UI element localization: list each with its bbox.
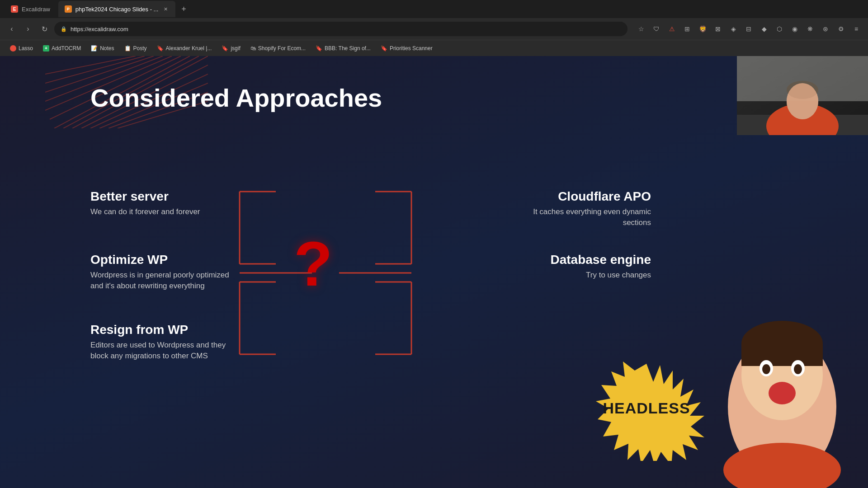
brave-lion-icon: 🦁: [696, 23, 709, 35]
bookmark-shopify-icon: 🛍: [250, 45, 256, 52]
tab-phptek-label: phpTek2024 Chicago Slides - ...: [75, 6, 159, 13]
tab-excalidraw-icon: E: [11, 5, 18, 13]
bookmark-posty-icon: 📋: [124, 45, 131, 52]
bookmark-jsgif[interactable]: 🔖 jsgif: [217, 43, 245, 53]
extension-puzzle-icon[interactable]: ⊞: [681, 23, 693, 35]
card-better-server: Better server We can do it forever and f…: [90, 189, 217, 217]
reload-icon: ↻: [42, 25, 47, 33]
extension-icon-2[interactable]: ⊠: [712, 23, 724, 35]
bookmark-notes-icon: 📝: [91, 45, 98, 52]
bookmark-lasso-icon: [10, 45, 16, 52]
browser-chrome: E Excalidraw P phpTek2024 Chicago Slides…: [0, 0, 868, 56]
card-database-engine-desc: Try to use changes: [511, 270, 651, 281]
bookmark-lasso[interactable]: Lasso: [5, 43, 38, 53]
menu-button[interactable]: ≡: [850, 23, 863, 35]
card-better-server-desc: We can do it forever and forever: [90, 206, 217, 217]
bookmark-alexander-icon: 🔖: [157, 45, 164, 52]
card-optimize-wp-desc: Wordpress is in general poorly optimized…: [90, 270, 231, 291]
webcam-overlay: [737, 56, 868, 135]
card-better-server-title: Better server: [90, 189, 217, 204]
forward-icon: ›: [27, 25, 29, 33]
extension-icon-6[interactable]: ⬡: [773, 23, 786, 35]
bookmarks-bar: Lasso + AddTOCRM 📝 Notes 📋 Posty 🔖 Alexa…: [0, 40, 868, 56]
bookmark-priorities[interactable]: 🔖 Priorities Scanner: [376, 43, 437, 53]
address-text: https://excalidraw.com: [71, 26, 128, 33]
bookmark-posty-label: Posty: [133, 45, 147, 52]
bookmark-jsgif-label: jsgif: [231, 45, 240, 52]
new-tab-button[interactable]: +: [177, 3, 190, 15]
back-button[interactable]: ‹: [5, 23, 18, 35]
card-optimize-wp-title: Optimize WP: [90, 253, 231, 267]
warning-icon[interactable]: ⚠: [665, 23, 678, 35]
bookmark-shopify[interactable]: 🛍 Shopify For Ecom...: [246, 43, 310, 53]
main-content: Considered Approaches Better server We c…: [0, 56, 868, 488]
bookmark-bbb-label: BBB: The Sign of...: [325, 45, 371, 52]
tab-bar: E Excalidraw P phpTek2024 Chicago Slides…: [0, 0, 868, 18]
svg-text:HEADLESS: HEADLESS: [603, 399, 690, 417]
person-cutout: [710, 316, 854, 488]
bookmark-addtocrm-icon: +: [43, 45, 49, 52]
tab-excalidraw-label: Excalidraw: [22, 6, 50, 13]
card-resign-wp-title: Resign from WP: [90, 323, 240, 337]
bookmark-alexander-label: Alexander Kruel |...: [166, 45, 212, 52]
svg-rect-33: [741, 343, 823, 366]
reload-button[interactable]: ↻: [38, 23, 51, 35]
lock-icon: 🔒: [61, 26, 67, 32]
address-bar[interactable]: 🔒 https://excalidraw.com: [54, 22, 627, 36]
bookmark-jsgif-icon: 🔖: [222, 45, 228, 52]
bookmark-notes[interactable]: 📝 Notes: [86, 43, 118, 53]
svg-point-34: [769, 382, 796, 404]
slide-title: Considered Approaches: [90, 83, 382, 113]
browser-actions: ☆ 🛡 ⚠ ⊞ 🦁 ⊠ ◈ ⊟ ◆ ⬡ ◉ ❋ ⊛ ⚙ ≡: [635, 23, 863, 35]
card-database-engine-title: Database engine: [511, 253, 651, 267]
tab-close-button[interactable]: ✕: [162, 5, 169, 13]
card-optimize-wp: Optimize WP Wordpress is in general poor…: [90, 253, 231, 291]
extension-icon-9[interactable]: ⊛: [819, 23, 832, 35]
bookmark-alexander[interactable]: 🔖 Alexander Kruel |...: [152, 43, 217, 53]
tab-excalidraw[interactable]: E Excalidraw: [5, 1, 57, 17]
bookmark-posty[interactable]: 📋 Posty: [120, 43, 151, 53]
bookmark-priorities-icon: 🔖: [381, 45, 387, 52]
bookmark-addtocrm[interactable]: + AddTOCRM: [38, 43, 85, 53]
svg-point-39: [794, 364, 802, 374]
bookmark-bbb[interactable]: 🔖 BBB: The Sign of...: [311, 43, 375, 53]
bookmark-shopify-label: Shopify For Ecom...: [258, 45, 306, 52]
tab-phptek-icon: P: [65, 5, 72, 13]
card-resign-wp: Resign from WP Editors are used to Wordp…: [90, 323, 240, 361]
question-mark: ?: [294, 232, 333, 296]
tab-phptek[interactable]: P phpTek2024 Chicago Slides - ... ✕: [58, 1, 176, 17]
bookmark-priorities-label: Priorities Scanner: [390, 45, 433, 52]
extension-icon-3[interactable]: ◈: [727, 23, 740, 35]
bookmark-bbb-icon: 🔖: [316, 45, 322, 52]
svg-point-46: [787, 83, 818, 119]
card-cloudflare-desc: It caches everything even dynamic sectio…: [511, 206, 651, 228]
bookmark-lasso-label: Lasso: [19, 45, 33, 52]
back-icon: ‹: [10, 25, 13, 33]
svg-point-38: [762, 364, 770, 374]
svg-line-1: [45, 56, 145, 83]
webcam-feed: [737, 56, 868, 135]
settings-icon[interactable]: ⚙: [835, 23, 847, 35]
card-cloudflare: Cloudflare APO It caches everything even…: [511, 189, 651, 228]
forward-button[interactable]: ›: [22, 23, 34, 35]
card-database-engine: Database engine Try to use changes: [511, 253, 651, 281]
bookmark-addtocrm-label: AddTOCRM: [52, 45, 81, 52]
bookmark-star-button[interactable]: ☆: [635, 23, 647, 35]
extension-icon-7[interactable]: ◉: [788, 23, 801, 35]
headless-sticker: HEADLESS: [583, 361, 710, 461]
extension-icon-8[interactable]: ❋: [804, 23, 816, 35]
card-cloudflare-title: Cloudflare APO: [511, 189, 651, 204]
address-bar-row: ‹ › ↻ 🔒 https://excalidraw.com ☆ 🛡 ⚠ ⊞ 🦁…: [0, 18, 868, 40]
card-resign-wp-desc: Editors are used to Wordpress and they b…: [90, 340, 240, 361]
extension-icon-5[interactable]: ◆: [758, 23, 770, 35]
extension-icon-4[interactable]: ⊟: [742, 23, 755, 35]
shield-icon: 🛡: [650, 23, 663, 35]
bookmark-notes-label: Notes: [100, 45, 114, 52]
